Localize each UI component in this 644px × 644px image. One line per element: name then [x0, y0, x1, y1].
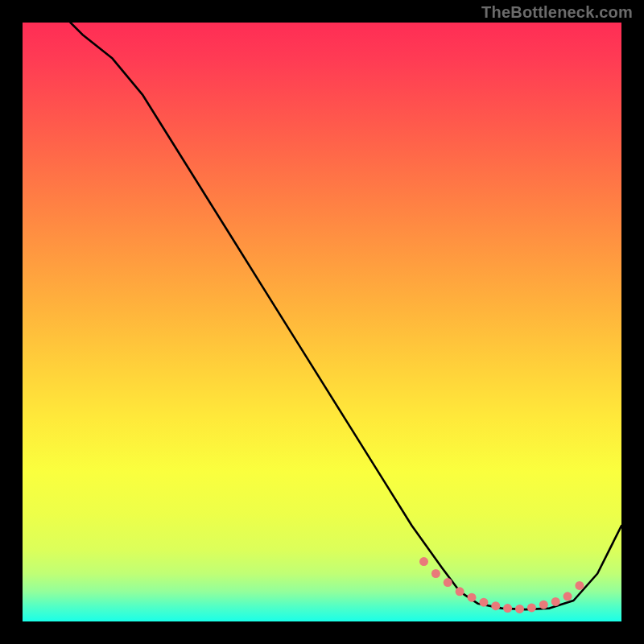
marker-dot [527, 603, 536, 612]
marker-dot [419, 557, 428, 566]
marker-dot [491, 601, 500, 610]
marker-dot [431, 569, 440, 578]
marker-dot [515, 605, 524, 613]
marker-dot [503, 604, 512, 613]
marker-dot [468, 593, 477, 602]
attribution-text: TheBottleneck.com [481, 3, 633, 22]
chart-svg [23, 23, 621, 621]
marker-dot [444, 578, 452, 587]
bottleneck-curve-path [71, 23, 622, 609]
marker-dot [551, 597, 560, 606]
marker-dot [575, 581, 584, 590]
marker-dot [456, 587, 464, 596]
marker-dot [479, 598, 488, 607]
marker-dot [564, 592, 572, 601]
marker-dot [539, 601, 548, 609]
plot-area [23, 23, 621, 621]
